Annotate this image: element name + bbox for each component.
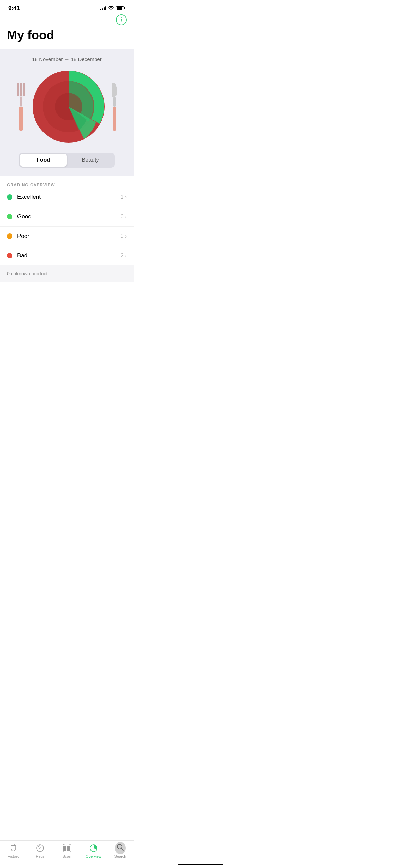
toggle-beauty-button[interactable]: Beauty <box>67 154 114 167</box>
status-time: 9:41 <box>8 5 20 12</box>
pie-chart[interactable] <box>31 69 106 144</box>
svg-rect-2 <box>23 83 25 96</box>
info-button[interactable]: i <box>116 14 127 25</box>
excellent-label: Excellent <box>17 194 41 201</box>
grade-row-good[interactable]: Good 0 › <box>0 207 134 227</box>
good-chevron: › <box>125 214 127 220</box>
poor-label: Poor <box>17 233 29 240</box>
bad-dot <box>7 253 12 258</box>
svg-rect-3 <box>20 96 22 107</box>
good-dot <box>7 214 12 219</box>
chart-section: 18 November → 18 December <box>0 49 134 176</box>
date-range: 18 November → 18 December <box>7 56 127 62</box>
excellent-dot <box>7 194 12 200</box>
plate-area <box>7 69 127 144</box>
svg-rect-8 <box>113 97 116 107</box>
knife-icon <box>110 83 119 131</box>
bad-label: Bad <box>17 252 27 259</box>
unknown-product: 0 unknown product <box>0 265 134 282</box>
fork-icon <box>14 83 27 131</box>
grade-row-bad[interactable]: Bad 2 › <box>0 246 134 265</box>
grade-row-poor[interactable]: Poor 0 › <box>0 227 134 246</box>
battery-icon <box>116 6 125 10</box>
status-bar: 9:41 <box>0 0 134 14</box>
page-title: My food <box>0 28 134 49</box>
excellent-chevron: › <box>125 194 127 200</box>
status-icons <box>100 5 125 11</box>
toggle-area: Food Beauty <box>7 153 127 168</box>
wifi-icon <box>108 5 114 11</box>
grading-section: GRADING OVERVIEW Excellent 1 › Good 0 › … <box>0 176 134 282</box>
toggle-group: Food Beauty <box>19 153 115 168</box>
svg-rect-0 <box>17 83 19 96</box>
bad-count: 2 <box>121 253 124 259</box>
grading-header: GRADING OVERVIEW <box>0 176 134 188</box>
svg-rect-4 <box>19 107 23 131</box>
bad-chevron: › <box>125 253 127 259</box>
svg-rect-9 <box>113 107 116 131</box>
signal-icon <box>100 6 106 10</box>
excellent-count: 1 <box>121 194 124 200</box>
poor-chevron: › <box>125 233 127 239</box>
poor-count: 0 <box>121 233 124 239</box>
info-area: i <box>0 14 134 28</box>
good-label: Good <box>17 213 32 220</box>
grade-row-excellent[interactable]: Excellent 1 › <box>0 188 134 207</box>
poor-dot <box>7 233 12 239</box>
good-count: 0 <box>121 214 124 220</box>
svg-rect-1 <box>20 83 22 96</box>
toggle-food-button[interactable]: Food <box>20 154 67 167</box>
